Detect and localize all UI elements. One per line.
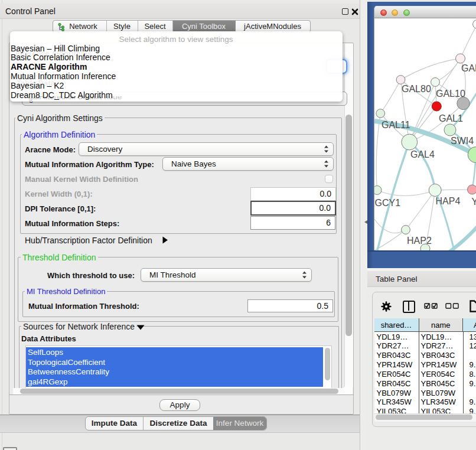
svg-text:GAL11: GAL11 xyxy=(382,120,410,130)
svg-text:GAL10: GAL10 xyxy=(436,89,465,99)
svg-text:Y: Y xyxy=(472,197,476,207)
svg-text:HAP4: HAP4 xyxy=(436,196,461,206)
svg-text:SWI4: SWI4 xyxy=(451,136,474,146)
svg-text:HAP2: HAP2 xyxy=(407,236,432,246)
svg-text:GAL7: GAL7 xyxy=(461,63,476,73)
svg-text:GAL4: GAL4 xyxy=(410,149,435,159)
svg-text:GCY1: GCY1 xyxy=(375,198,401,208)
svg-text:GAL1: GAL1 xyxy=(439,113,463,123)
svg-text:GAL80: GAL80 xyxy=(402,84,431,94)
